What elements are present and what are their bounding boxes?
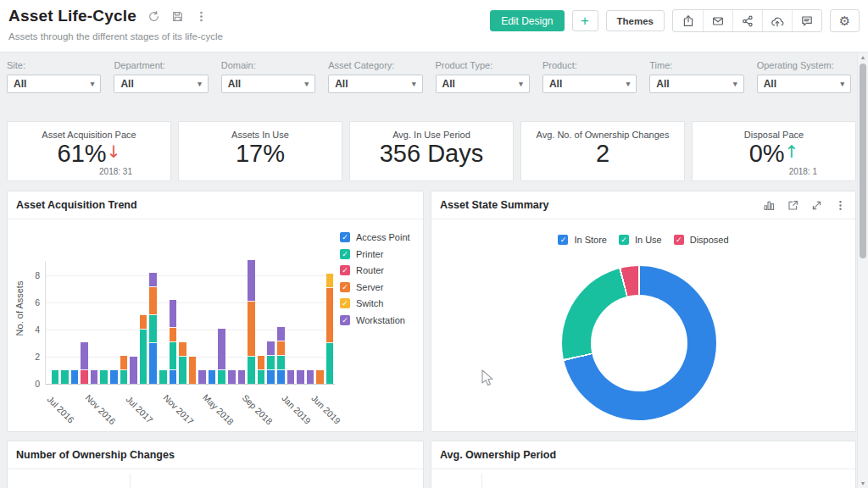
- bar[interactable]: [248, 260, 255, 384]
- kpi-subtext: 2018: 1: [789, 167, 817, 176]
- scroll-down-arrow[interactable]: ▼: [858, 480, 868, 486]
- bar-segment-printer: [179, 357, 186, 384]
- export-button[interactable]: [673, 10, 703, 31]
- filter-select-site[interactable]: All▾: [7, 75, 101, 93]
- bar[interactable]: [52, 370, 59, 384]
- bar-segment-workstation: [228, 370, 236, 384]
- bar[interactable]: [120, 356, 128, 384]
- bar[interactable]: [297, 370, 304, 384]
- bar[interactable]: [179, 342, 186, 384]
- themes-button[interactable]: Themes: [606, 10, 665, 31]
- bar-segment-access-point: [170, 370, 177, 384]
- kpi-card-avg-in-use-period[interactable]: Avg. In Use Period356 Days: [349, 121, 514, 181]
- legend-label: Switch: [356, 298, 383, 308]
- bar[interactable]: [189, 357, 197, 384]
- bar[interactable]: [287, 370, 295, 384]
- scrollbar-thumb[interactable]: [860, 64, 866, 258]
- legend-item-switch[interactable]: ✓Switch: [340, 298, 410, 308]
- email-button[interactable]: [703, 10, 732, 31]
- checkbox-icon: ✓: [340, 265, 350, 275]
- bar[interactable]: [277, 327, 285, 384]
- donut-chart[interactable]: [562, 266, 716, 420]
- kpi-card-disposal-pace[interactable]: Disposal Pace0%↑2018: 1: [692, 121, 856, 181]
- refresh-icon[interactable]: [147, 10, 160, 23]
- legend-item-printer[interactable]: ✓Printer: [340, 249, 410, 259]
- bar-segment-printer: [140, 330, 147, 384]
- bar[interactable]: [71, 370, 79, 384]
- x-tick-label: Jul 2017: [125, 394, 156, 425]
- filter-select-domain[interactable]: All▾: [221, 75, 315, 93]
- filter-select-department[interactable]: All▾: [114, 75, 208, 93]
- bar-segment-workstation: [218, 329, 225, 370]
- filter-select-product[interactable]: All▾: [542, 75, 637, 93]
- legend-item-workstation[interactable]: ✓Workstation: [340, 315, 410, 325]
- filter-select-product-type[interactable]: All▾: [436, 75, 530, 93]
- bar[interactable]: [81, 342, 88, 384]
- more-options-icon[interactable]: [834, 199, 847, 212]
- settings-button[interactable]: ⚙: [830, 9, 860, 32]
- kpi-value: 356 Days: [380, 141, 484, 166]
- bar[interactable]: [110, 370, 118, 384]
- more-options-icon[interactable]: [195, 10, 208, 23]
- bar[interactable]: [198, 370, 206, 384]
- legend-item-server[interactable]: ✓Server: [340, 282, 410, 292]
- x-tick-label: Jul 2016: [46, 394, 77, 425]
- x-tick-label: Jun 2019: [309, 393, 342, 426]
- filter-select-operating-system[interactable]: All▾: [757, 75, 851, 93]
- bar-segment-workstation: [267, 341, 275, 356]
- vertical-scrollbar[interactable]: ▲ ▼: [857, 53, 868, 488]
- expand-icon[interactable]: [810, 199, 823, 212]
- bar[interactable]: [316, 370, 324, 384]
- legend-item-in-use[interactable]: ✓In Use: [619, 235, 662, 245]
- chevron-down-icon: ▾: [412, 80, 416, 88]
- bar[interactable]: [267, 341, 275, 384]
- bar[interactable]: [209, 370, 216, 384]
- filter-select-asset-category[interactable]: All▾: [328, 75, 422, 93]
- chevron-down-icon: ▾: [91, 80, 95, 88]
- legend-item-access-point[interactable]: ✓Access Point: [340, 232, 410, 242]
- bar[interactable]: [149, 273, 157, 384]
- kpi-value: 2: [596, 141, 609, 166]
- legend-item-in-store[interactable]: ✓In Store: [558, 235, 607, 245]
- bar-segment-printer: [277, 356, 285, 370]
- bar[interactable]: [159, 370, 167, 384]
- panel-title: Asset Acquisition Trend: [16, 199, 137, 211]
- chevron-down-icon: ▾: [519, 80, 523, 88]
- bar[interactable]: [326, 274, 334, 384]
- bar-segment-workstation: [238, 370, 246, 384]
- panel-number-of-ownership-changes: Number of Ownership Changes: [7, 441, 424, 488]
- filter-product: Product:All▾: [542, 60, 637, 93]
- share-button[interactable]: [732, 10, 762, 31]
- legend-item-disposed[interactable]: ✓Disposed: [674, 235, 729, 245]
- edit-design-button[interactable]: Edit Design: [490, 10, 564, 31]
- add-button[interactable]: +: [572, 10, 598, 31]
- bar[interactable]: [307, 370, 314, 384]
- column-chart-icon[interactable]: [763, 199, 776, 212]
- bar[interactable]: [218, 329, 225, 384]
- kpi-value-row: 17%: [179, 141, 342, 166]
- chevron-down-icon: ▾: [305, 80, 309, 88]
- bar[interactable]: [91, 370, 98, 384]
- comment-button[interactable]: [792, 10, 821, 31]
- bar[interactable]: [228, 370, 236, 384]
- bar[interactable]: [258, 356, 265, 384]
- open-in-new-icon[interactable]: [787, 199, 799, 212]
- bar[interactable]: [140, 315, 147, 384]
- bar[interactable]: [170, 300, 177, 384]
- filter-select-time[interactable]: All▾: [649, 75, 743, 93]
- bar-segment-access-point: [149, 343, 157, 384]
- filter-time: Time:All▾: [649, 60, 743, 93]
- legend-item-router[interactable]: ✓Router: [340, 265, 410, 275]
- bar[interactable]: [130, 357, 137, 384]
- bar[interactable]: [61, 370, 69, 384]
- kpi-card-asset-acquisition-pace[interactable]: Asset Acquisition Pace61%↓2018: 31: [7, 121, 171, 181]
- kpi-card-avg-no-of-ownership-changes[interactable]: Avg. No. of Ownership Changes2: [520, 121, 685, 181]
- bar[interactable]: [100, 370, 108, 384]
- save-icon[interactable]: [171, 10, 184, 23]
- donut-hole: [591, 295, 687, 391]
- kpi-value: 61%: [58, 141, 107, 166]
- bar[interactable]: [238, 370, 246, 384]
- scroll-up-arrow[interactable]: ▲: [858, 54, 868, 60]
- publish-button[interactable]: [762, 10, 792, 31]
- kpi-card-assets-in-use[interactable]: Assets In Use17%: [178, 121, 342, 181]
